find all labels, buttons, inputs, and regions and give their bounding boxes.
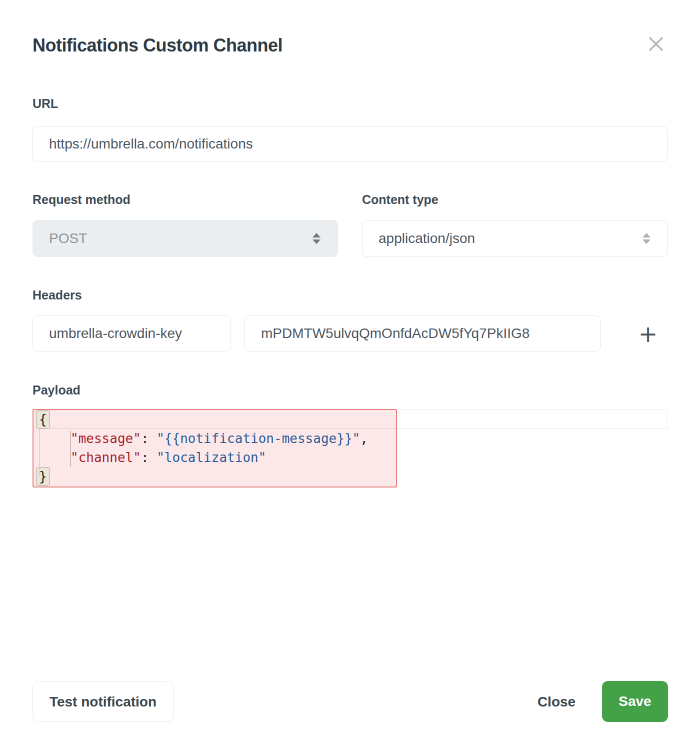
editor-divider <box>50 428 396 429</box>
request-method-select[interactable]: POST <box>32 220 338 257</box>
save-button[interactable]: Save <box>602 681 668 722</box>
code-token-punct: , <box>360 431 368 446</box>
code-token-string: "{{notification-message}}" <box>156 431 360 446</box>
code-token-key: "message" <box>70 431 141 446</box>
payload-label: Payload <box>32 383 80 398</box>
request-method-label: Request method <box>32 192 130 207</box>
test-notification-button[interactable]: Test notification <box>32 682 174 722</box>
header-key-input[interactable] <box>32 316 231 352</box>
close-icon[interactable] <box>643 31 669 57</box>
payload-code: {"message": "{{notification-message}}","… <box>34 410 396 486</box>
code-line: "channel": "localization" <box>34 448 396 467</box>
content-type-value: application/json <box>378 230 475 246</box>
close-x-glyph <box>647 35 665 53</box>
code-token-string: "localization" <box>156 450 266 465</box>
header-value-input[interactable] <box>244 316 601 352</box>
code-token-brace: { <box>36 410 50 428</box>
page-title: Notifications Custom Channel <box>32 35 282 56</box>
headers-label: Headers <box>32 288 82 302</box>
payload-highlight-block[interactable]: {"message": "{{notification-message}}","… <box>32 409 397 488</box>
code-token-punct: : <box>141 450 156 465</box>
content-type-select[interactable]: application/json <box>362 220 668 257</box>
code-token-punct: : <box>141 431 156 446</box>
code-token-brace: } <box>36 468 50 486</box>
url-input[interactable] <box>32 126 668 162</box>
request-method-value: POST <box>49 230 87 246</box>
plus-icon[interactable]: + <box>633 320 663 348</box>
chevron-updown-icon <box>642 233 650 244</box>
url-label: URL <box>32 96 58 111</box>
content-type-label: Content type <box>362 192 438 207</box>
code-token-key: "channel" <box>70 450 141 465</box>
gutter-line <box>39 429 40 476</box>
code-line: } <box>34 467 396 486</box>
code-line: { <box>34 410 396 429</box>
close-button[interactable]: Close <box>524 682 589 722</box>
chevron-updown-icon <box>312 233 320 244</box>
indent-guide <box>70 431 70 467</box>
code-line: "message": "{{notification-message}}", <box>34 429 396 448</box>
